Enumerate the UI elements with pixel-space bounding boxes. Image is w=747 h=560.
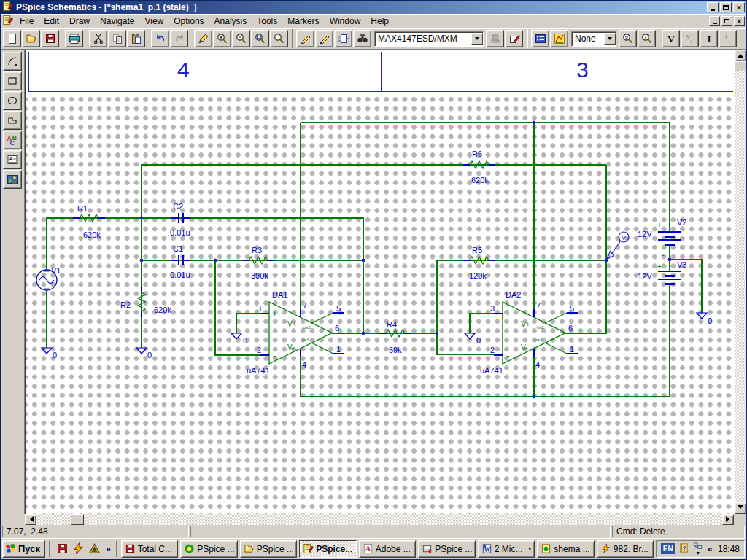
picture-tool-button[interactable]: [3, 170, 22, 189]
ground-symbol[interactable]: 0: [697, 313, 712, 325]
resistor-ref-R1[interactable]: R1: [77, 204, 88, 213]
junction-dot[interactable]: [668, 257, 672, 261]
open-button[interactable]: [22, 30, 40, 47]
start-button[interactable]: Пуск: [2, 540, 45, 558]
junction-dot[interactable]: [140, 216, 144, 219]
arc-tool-button[interactable]: [3, 52, 22, 71]
print-button[interactable]: [65, 30, 83, 47]
battery-plus-mark[interactable]: +: [657, 262, 662, 271]
bias-current-button[interactable]: I: [700, 30, 718, 47]
maximize-button[interactable]: [720, 2, 732, 12]
bias-current-detail-button[interactable]: I: [719, 30, 737, 47]
opamp-ref-DA1[interactable]: DA1: [272, 290, 287, 299]
resistor-value-R2[interactable]: 620k: [154, 306, 171, 314]
opamp-pin7-label[interactable]: 7: [536, 301, 541, 310]
resistor-ref-R5[interactable]: R5: [472, 246, 482, 254]
opamp-pin5-label[interactable]: 5: [570, 304, 574, 313]
ground-label[interactable]: 0: [53, 351, 57, 359]
menu-options[interactable]: Options: [169, 15, 209, 28]
battery-plus-mark[interactable]: +: [657, 221, 662, 229]
cut-button[interactable]: [89, 30, 107, 47]
bias-voltage-button[interactable]: V: [662, 30, 680, 47]
chevron-down-icon[interactable]: [471, 33, 483, 45]
battery-minus-mark[interactable]: -: [662, 250, 665, 259]
network-tray-icon[interactable]: ▾: [693, 542, 703, 556]
opamp-pin1-label[interactable]: 1: [336, 345, 341, 354]
menu-analysis[interactable]: Analysis: [209, 15, 252, 28]
junction-dot[interactable]: [362, 258, 365, 262]
source-V1[interactable]: V1: [36, 266, 61, 290]
battery-value-V3[interactable]: 12V: [638, 272, 652, 281]
resistor-R6[interactable]: R6620k: [463, 149, 495, 184]
zoom-in-button[interactable]: [213, 30, 231, 47]
polyline-tool-button[interactable]: [3, 111, 22, 130]
ground-symbol[interactable]: 0: [465, 333, 481, 345]
opamp-minus-mark[interactable]: -: [506, 350, 509, 361]
opamp-part-DA1[interactable]: uA741: [247, 366, 270, 375]
opamp-pin5-label[interactable]: 5: [336, 304, 341, 313]
capacitor-ref-C2[interactable]: C2: [173, 202, 183, 211]
task-pspice-2[interactable]: PSpice ...: [240, 540, 298, 558]
resistor-ref-R4[interactable]: R4: [387, 320, 397, 329]
quicklaunch-lightning[interactable]: [70, 541, 86, 557]
menu-help[interactable]: Help: [365, 15, 394, 28]
opamp-DA2[interactable]: +-V+V-os2os13274561DA2uA741: [480, 290, 578, 375]
task-winamp[interactable]: 982. Br...: [597, 540, 654, 558]
battery-V2[interactable]: +-V212V: [638, 218, 686, 259]
junction-dot[interactable]: [140, 258, 144, 262]
vertical-scrollbar[interactable]: [735, 50, 746, 514]
paste-button[interactable]: [127, 30, 145, 47]
task-shema[interactable]: shema ...: [537, 540, 595, 558]
opamp-ref-DA2[interactable]: DA2: [506, 290, 521, 299]
zoom-page-button[interactable]: [270, 30, 288, 47]
voltage-marker[interactable]: V: [607, 232, 629, 259]
resistor-ref-R2[interactable]: R2: [120, 300, 131, 309]
ellipse-tool-button[interactable]: [3, 91, 22, 110]
language-indicator[interactable]: EN: [661, 543, 675, 554]
marker-select[interactable]: None: [571, 31, 616, 47]
source-ref-V1[interactable]: V1: [51, 266, 61, 275]
bias-voltage-detail-button[interactable]: V: [681, 30, 699, 47]
junction-dot[interactable]: [362, 331, 365, 335]
junction-dot[interactable]: [533, 120, 536, 124]
draw-wire-button[interactable]: [194, 30, 212, 47]
current-marker-button[interactable]: I: [638, 30, 656, 47]
horizontal-scrollbar[interactable]: [36, 514, 722, 525]
opamp-pin6-label[interactable]: 6: [335, 324, 339, 332]
battery-minus-mark[interactable]: -: [662, 292, 665, 301]
opamp-os2-mark[interactable]: os2: [303, 325, 311, 330]
resistor-R1[interactable]: R1620k: [73, 204, 105, 239]
ground-symbol[interactable]: 0: [42, 348, 57, 359]
resistor-value-R6[interactable]: 620k: [471, 176, 489, 184]
capacitor-C2[interactable]: C20.01u: [170, 202, 190, 237]
menu-window[interactable]: Window: [325, 15, 366, 28]
opamp-DA1[interactable]: +-V+V-os2os13274561DA1uA741: [247, 290, 344, 375]
scroll-up-button[interactable]: [735, 50, 746, 61]
opamp-pin3-label[interactable]: 3: [490, 304, 495, 313]
bus-tool-button[interactable]: [315, 30, 333, 47]
task-dropdown-icon[interactable]: ▾: [528, 545, 531, 552]
edit-symbol-button[interactable]: [505, 30, 523, 47]
menu-navigate[interactable]: Navigate: [95, 15, 139, 28]
opamp-pin2-label[interactable]: 2: [490, 346, 495, 354]
tray-collapse-chevron[interactable]: «: [706, 544, 714, 554]
wire[interactable]: [470, 314, 494, 333]
horizontal-scroll-thumb[interactable]: [71, 514, 84, 525]
wire-tool-button[interactable]: [296, 30, 314, 47]
capacitor-value-C2[interactable]: 0.01u: [170, 228, 190, 237]
setup-analysis-button[interactable]: [531, 30, 549, 47]
battery-ref-V3[interactable]: V3: [677, 260, 686, 269]
opamp-plus-mark[interactable]: +: [272, 309, 277, 319]
wire[interactable]: [142, 165, 606, 218]
battery-value-V2[interactable]: 12V: [638, 230, 652, 238]
junction-dot[interactable]: [533, 394, 536, 398]
task-word-group[interactable]: W2 Mic...▾: [478, 540, 535, 558]
part-select[interactable]: MAX4147ESD/MXM: [374, 31, 484, 47]
opamp-vplus-mark[interactable]: V+: [287, 320, 297, 328]
opamp-os2-mark[interactable]: os2: [537, 325, 544, 330]
menu-file[interactable]: File: [15, 15, 39, 28]
capacitor-ref-C1[interactable]: C1: [173, 244, 183, 253]
opamp-pin6-label[interactable]: 6: [568, 324, 573, 332]
opamp-pin7-label[interactable]: 7: [303, 301, 307, 310]
opamp-minus-mark[interactable]: -: [273, 350, 276, 361]
